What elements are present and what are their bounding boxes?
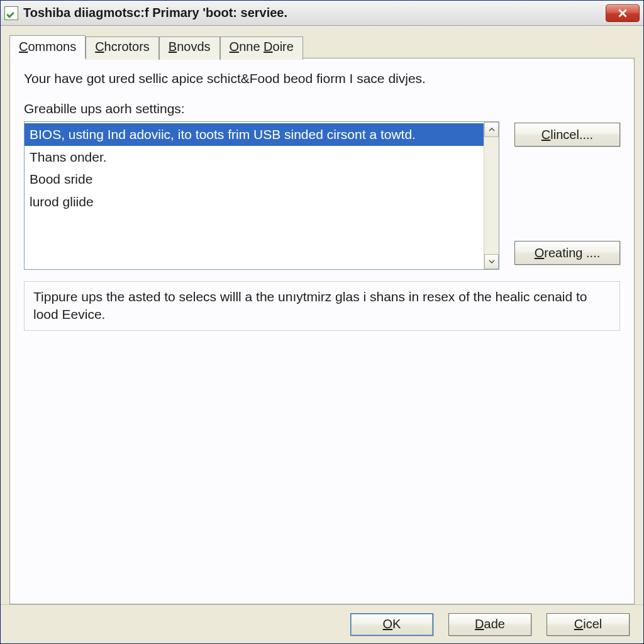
list-item[interactable]: Bood sride: [25, 168, 484, 191]
oreating-button[interactable]: Oreating ....: [514, 241, 620, 265]
tab-panel: Your have got ured sellic apice schict&F…: [9, 58, 635, 604]
titlebar[interactable]: Toshiba diiagmotsc:f Primary 'boot: serv…: [1, 1, 643, 26]
dialog-footer: OK Dade Cicel: [1, 604, 643, 643]
scroll-down-button[interactable]: [484, 254, 499, 269]
list-item[interactable]: Thans onder.: [25, 146, 484, 169]
app-icon: [4, 6, 18, 20]
listbox-inner: BIOS, usting Ind adoviic, ito toots frim…: [25, 122, 484, 269]
tab-bnovds[interactable]: Bnovds: [159, 36, 220, 60]
spacer: [24, 331, 620, 591]
close-icon: [618, 9, 627, 18]
content-area: Commons Chcrotors Bnovds Onne Doire Your…: [1, 26, 643, 604]
chevron-up-icon: [489, 126, 495, 133]
intro-text: Your have got ured sellic apice schict&F…: [24, 71, 620, 86]
scrollbar[interactable]: [484, 122, 499, 269]
tabstrip: Commons Chcrotors Bnovds Onne Doire: [9, 35, 635, 58]
list-row: BIOS, usting Ind adoviic, ito toots frim…: [24, 121, 620, 270]
dade-button[interactable]: Dade: [448, 613, 531, 636]
window-title: Toshiba diiagmotsc:f Primary 'boot: serv…: [23, 6, 606, 20]
close-button[interactable]: [606, 4, 640, 22]
list-item[interactable]: BIOS, usting Ind adoviic, ito toots frim…: [25, 123, 484, 146]
app-window: Toshiba diiagmotsc:f Primary 'boot: serv…: [0, 0, 644, 644]
hint-text: Tippure ups the asted to selecs willl a …: [24, 281, 620, 331]
chevron-down-icon: [489, 258, 495, 265]
scroll-track[interactable]: [484, 137, 499, 254]
cicel-button[interactable]: Cicel: [547, 613, 630, 636]
tab-onne-doire[interactable]: Onne Doire: [220, 36, 303, 60]
list-label: Greabille ups aorh settings:: [24, 101, 620, 116]
ok-button[interactable]: OK: [350, 613, 433, 636]
tab-chcrotors[interactable]: Chcrotors: [86, 36, 159, 60]
scroll-up-button[interactable]: [484, 122, 499, 137]
tab-commons[interactable]: Commons: [9, 35, 86, 58]
side-buttons: Clincel.... Oreating ....: [514, 121, 620, 265]
list-item[interactable]: lurod gliide: [25, 191, 484, 213]
settings-listbox[interactable]: BIOS, usting Ind adoviic, ito toots frim…: [24, 121, 499, 270]
clincel-button[interactable]: Clincel....: [514, 123, 620, 147]
